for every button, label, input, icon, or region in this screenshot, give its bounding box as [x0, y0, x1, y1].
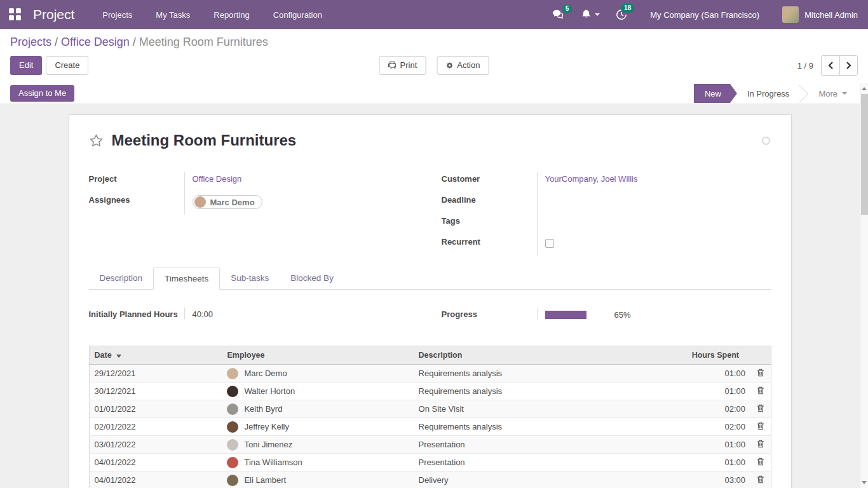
scroll-down-arrow[interactable] [860, 478, 868, 487]
assign-to-me-button[interactable]: Assign to Me [10, 85, 74, 102]
stage-new[interactable]: New [694, 84, 737, 103]
tab-blocked-by[interactable]: Blocked By [280, 268, 344, 289]
cell-description: Presentation [414, 454, 609, 471]
favorite-star-icon[interactable] [89, 133, 104, 148]
delete-row-button[interactable] [750, 471, 771, 488]
cell-date: 02/01/2022 [89, 418, 222, 436]
breadcrumb-projects[interactable]: Projects [10, 36, 51, 48]
trash-icon [757, 369, 764, 377]
progress-label: Progress [442, 308, 537, 319]
pager-counter: 1 / 9 [797, 61, 813, 71]
control-panel-buttons: Edit Create Print Action 1 / 9 [10, 55, 858, 76]
cell-date: 01/01/2022 [89, 400, 222, 418]
field-label-assignees: Assignees [89, 193, 184, 214]
print-button[interactable]: Print [379, 56, 426, 76]
edit-create-group: Edit Create [10, 56, 88, 76]
breadcrumb-office-design[interactable]: Office Design [61, 36, 130, 48]
cell-description: Presentation [414, 436, 609, 454]
cell-hours-spent: 01:00 [609, 436, 750, 454]
table-row[interactable]: 01/01/2022Keith ByrdOn Site Visit02:00 [89, 400, 771, 418]
nav-menu-my-tasks[interactable]: My Tasks [156, 10, 190, 20]
scroll-up-arrow[interactable] [860, 84, 868, 93]
activities-button[interactable]: 18 [616, 9, 627, 20]
column-header-employee[interactable]: Employee [222, 346, 413, 365]
recurrent-checkbox[interactable] [545, 239, 554, 248]
planned-hours-value: 40:00 [184, 308, 419, 319]
scrollbar-thumb[interactable] [861, 94, 868, 215]
field-link-project[interactable]: Office Design [193, 174, 242, 184]
nav-menu-reporting[interactable]: Reporting [214, 10, 249, 20]
pager-previous-button[interactable] [822, 56, 839, 75]
field-label-deadline: Deadline [442, 193, 537, 214]
vertical-scrollbar[interactable] [860, 83, 868, 488]
employee-avatar [227, 421, 238, 433]
top-navbar: Project ProjectsMy TasksReportingConfigu… [0, 0, 868, 29]
field-value-project: Office Design [184, 172, 419, 193]
table-row[interactable]: 04/01/2022Tina WilliamsonPresentation01:… [89, 454, 771, 471]
delete-row-button[interactable] [750, 436, 771, 454]
breadcrumb: Projects/Office Design/Meeting Room Furn… [10, 36, 858, 49]
app-brand[interactable]: Project [33, 7, 74, 22]
company-switcher[interactable]: My Company (San Francisco) [650, 10, 759, 20]
column-header-hours-spent[interactable]: Hours Spent [609, 346, 750, 365]
cell-description: Requirements analysis [414, 383, 609, 400]
delete-row-button[interactable] [750, 454, 771, 471]
employee: Tina Williamson [227, 457, 408, 468]
field-value-customer: YourCompany, Joel Willis [537, 172, 771, 193]
apps-grid-icon[interactable] [9, 8, 22, 21]
breadcrumb-separator: / [55, 36, 58, 48]
user-name: Mitchell Admin [804, 10, 858, 20]
progress-fill [545, 311, 587, 319]
kanban-state-icon[interactable] [762, 137, 770, 145]
table-row[interactable]: 04/01/2022Eli LambertDelivery03:00 [89, 471, 771, 488]
progress-percent: 65% [614, 310, 631, 320]
pager-next-button[interactable] [839, 56, 857, 75]
nav-menu-configuration[interactable]: Configuration [273, 10, 322, 20]
action-button[interactable]: Action [437, 56, 489, 76]
employee: Jeffrey Kelly [227, 421, 408, 433]
employee: Walter Horton [227, 386, 408, 397]
employee-avatar [227, 386, 238, 397]
tab-description[interactable]: Description [89, 268, 154, 289]
tab-timesheets[interactable]: Timesheets [153, 268, 220, 290]
trash-icon [757, 422, 764, 430]
column-header-description[interactable]: Description [414, 346, 609, 365]
cell-employee: Walter Horton [222, 383, 413, 400]
field-label-recurrent: Recurrent [442, 235, 537, 256]
field-row-recurrent: Recurrent [442, 235, 771, 256]
stage-in-progress[interactable]: In Progress [737, 84, 799, 103]
cell-hours-spent: 03:00 [609, 471, 750, 488]
nav-menu-projects[interactable]: Projects [102, 10, 132, 20]
messages-button[interactable]: 5 [552, 10, 565, 20]
chevron-left-icon [828, 62, 834, 69]
user-menu[interactable]: Mitchell Admin [782, 6, 858, 23]
cell-hours-spent: 01:00 [609, 365, 750, 383]
delete-row-button[interactable] [750, 418, 771, 436]
column-header-date[interactable]: Date [89, 346, 222, 365]
employee: Marc Demo [227, 368, 408, 379]
table-row[interactable]: 03/01/2022Toni JimenezPresentation01:00 [89, 436, 771, 454]
table-row[interactable]: 02/01/2022Jeffrey KellyRequirements anal… [89, 418, 771, 436]
cell-description: Requirements analysis [414, 418, 609, 436]
delete-row-button[interactable] [750, 400, 771, 418]
create-button[interactable]: Create [46, 56, 88, 76]
table-row[interactable]: 29/12/2021Marc DemoRequirements analysis… [89, 365, 771, 383]
field-value-assignees: Marc Demo [184, 193, 419, 214]
trash-icon [757, 475, 764, 484]
assignee-tag[interactable]: Marc Demo [193, 195, 262, 209]
planned-hours-row: Initially Planned Hours 40:00 [89, 308, 419, 337]
cell-description: Delivery [414, 471, 609, 488]
field-groups: ProjectOffice DesignAssigneesMarc Demo C… [89, 172, 771, 256]
table-row[interactable]: 30/12/2021Walter HortonRequirements anal… [89, 383, 771, 400]
delete-row-button[interactable] [750, 365, 771, 383]
notifications-button[interactable] [581, 9, 600, 20]
edit-button[interactable]: Edit [10, 56, 42, 76]
cell-employee: Keith Byrd [222, 400, 413, 418]
stage-more[interactable]: More [808, 84, 857, 103]
tab-sub-tasks[interactable]: Sub-tasks [220, 268, 280, 289]
delete-row-button[interactable] [750, 383, 771, 400]
task-title: Meeting Room Furnitures [112, 132, 297, 149]
cell-date: 04/01/2022 [89, 454, 222, 471]
pager: 1 / 9 [797, 55, 858, 76]
field-link-customer[interactable]: YourCompany, Joel Willis [545, 174, 638, 184]
